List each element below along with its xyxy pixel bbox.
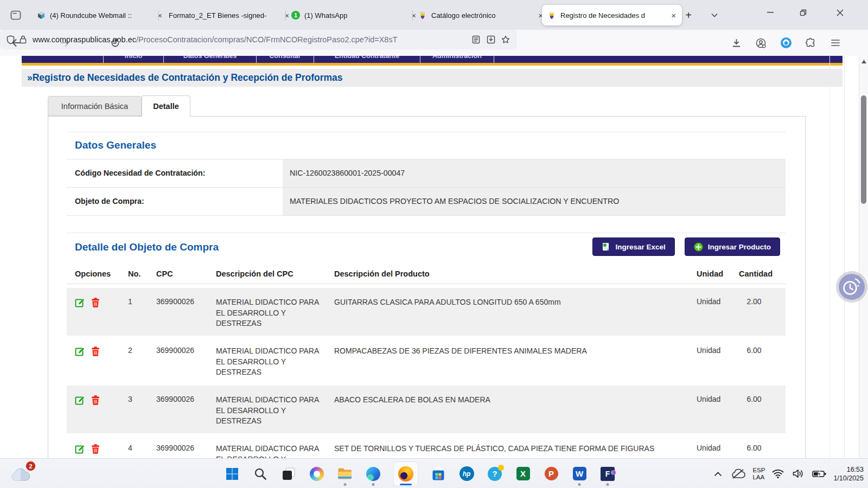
detail-panel: Datos Generales Código Necesidad de Cont… [48,116,806,458]
clock-widget-overlay[interactable] [839,274,865,300]
cell-cpc: 369900026 [156,395,216,433]
account-profile-icon[interactable] [752,34,769,52]
help-app-button[interactable]: ? [487,466,503,482]
file-explorer-button[interactable] [337,466,353,482]
browser-tab-formato[interactable]: Formato_2_ET Bienes -signed- × [159,5,295,25]
section-divider [67,233,786,233]
reader-view-icon[interactable] [468,35,483,44]
cell-unidad: Unidad [697,346,739,384]
list-all-tabs-button[interactable] [706,7,723,23]
roundcube-favicon-icon [37,11,46,20]
battery-charging-icon[interactable] [811,470,827,478]
excel-button[interactable]: X [515,466,531,482]
lang-line1: ESP [752,467,765,474]
nav-item-inicio[interactable]: Inicio [103,56,164,63]
detalle-objeto-heading: Detalle del Objeto de Compra [75,241,219,253]
hp-app-button[interactable]: hp [458,466,475,482]
volume-icon[interactable] [791,469,805,478]
fes-app-button[interactable]: F [599,466,616,482]
edge-button[interactable] [365,466,381,482]
cell-unidad: Unidad [697,395,739,433]
table-actions: Ingresar Excel Ingresar Producto [592,237,780,256]
window-restore-button[interactable] [789,0,816,25]
taskbar-center-icons: hp ? X P W F [224,459,616,488]
excel-file-icon [602,242,610,252]
active-indicator [400,484,412,485]
browser-tab-catalogo[interactable]: Catálogo electrónico × [413,5,549,25]
menu-hamburger-icon[interactable] [827,34,844,52]
clock-datetime[interactable]: 16:53 1/10/2025 [833,465,864,483]
tray-chevron-up-icon[interactable] [711,472,724,476]
delete-trash-icon[interactable] [91,395,100,406]
clock-date: 1/10/2025 [833,474,864,483]
nav-item-administracion[interactable]: Administración [420,56,494,63]
back-button[interactable] [8,34,25,52]
new-tab-button[interactable]: + [680,7,697,23]
copilot-button[interactable] [309,466,325,482]
browser-titlebar: (4) Roundcube Webmail :: × Formato_2_ET … [0,0,868,30]
tab-informacion-basica[interactable]: Información Básica [48,96,142,116]
cell-cantidad: 6.00 [739,395,778,433]
extensions-puzzle-icon[interactable] [802,34,819,52]
col-cantidad: Cantidad [739,266,778,284]
firefox-container-icon[interactable] [777,34,795,52]
window-close-button[interactable] [824,0,856,25]
browser-tab-whatsapp[interactable]: 1 (1) WhatsApp × [286,5,422,25]
button-label: Ingresar Producto [708,243,771,251]
word-button[interactable]: W [571,466,588,482]
tab-title: Registro de Necesidades d [560,11,667,20]
window-minimize-button[interactable] [757,0,784,25]
bookmark-star-icon[interactable] [499,35,513,44]
dark-light-app-icon[interactable] [280,466,297,482]
ingresar-producto-button[interactable]: Ingresar Producto [685,237,780,256]
table-row: Código Necesidad de Contratación: NIC-12… [67,159,786,188]
delete-trash-icon[interactable] [91,297,100,308]
firefox-button-active[interactable] [393,461,418,486]
browser-tab-registro-active[interactable]: Registro de Necesidades d × [542,5,682,25]
notification-badge: 2 [25,461,36,471]
edit-icon[interactable] [75,297,86,308]
downloads-icon[interactable] [727,34,745,52]
datos-generales-heading: Datos Generales [75,139,156,151]
microsoft-store-button[interactable] [430,466,446,482]
cell-producto: ROMPACABEZAS DE 36 PIEZAS DE DIFERENTES … [334,346,697,384]
cell-cpc: 369900026 [156,346,216,384]
cell-cantidad: 6.00 [739,346,778,384]
row-actions [75,395,128,433]
save-page-icon[interactable] [483,35,499,44]
nav-item-consultar[interactable]: Consultar [257,56,314,63]
browser-tab-roundcube[interactable]: (4) Roundcube Webmail :: × [31,5,168,25]
nav-item-entidad-contratante[interactable]: Entidad Contratante [314,56,420,63]
ecuador-crest-favicon-icon [418,11,427,20]
gold-stripe [22,63,843,66]
edit-icon[interactable] [75,346,86,357]
language-indicator[interactable]: ESP LAA [752,467,765,481]
cell-no: 3 [128,395,156,433]
browser-toolbar: www.compraspublicas.gob.ec/ProcesoContra… [0,30,868,56]
wifi-icon[interactable] [771,469,785,478]
onedrive-offline-icon[interactable] [730,468,746,479]
ingresar-excel-button[interactable]: Ingresar Excel [592,237,674,256]
nav-item-datos-generales[interactable]: Datos Generales [164,56,257,63]
cell-cpc: 369900026 [156,444,216,458]
url-text: www.compraspublicas.gob.ec/ProcesoContra… [33,35,468,44]
start-button[interactable] [224,466,240,482]
firefox-view-button[interactable] [7,8,25,23]
edit-icon[interactable] [75,444,86,454]
products-table-header: Opciones No. CPC Descripción del CPC Des… [67,266,786,284]
tab-detalle-active[interactable]: Detalle [142,95,190,117]
cell-producto: GUITARRAS CLASICA PARA ADULTOS LONGITUD … [334,297,697,336]
delete-trash-icon[interactable] [91,346,100,357]
delete-trash-icon[interactable] [91,444,100,454]
search-button[interactable] [252,466,269,482]
scrollbar-thumb[interactable] [861,95,866,204]
powerpoint-button[interactable]: P [543,466,559,482]
layout-divider [829,56,830,458]
url-bar[interactable]: www.compraspublicas.gob.ec/ProcesoContra… [0,30,517,49]
scrollbar-up-arrow-icon[interactable] [861,60,866,63]
tab-close-icon[interactable]: × [669,11,678,20]
widgets-weather-button[interactable]: 2 [11,463,35,485]
system-tray: ESP LAA 16:53 1/10/2025 [711,459,864,488]
section-divider [67,132,786,132]
edit-icon[interactable] [75,395,86,406]
